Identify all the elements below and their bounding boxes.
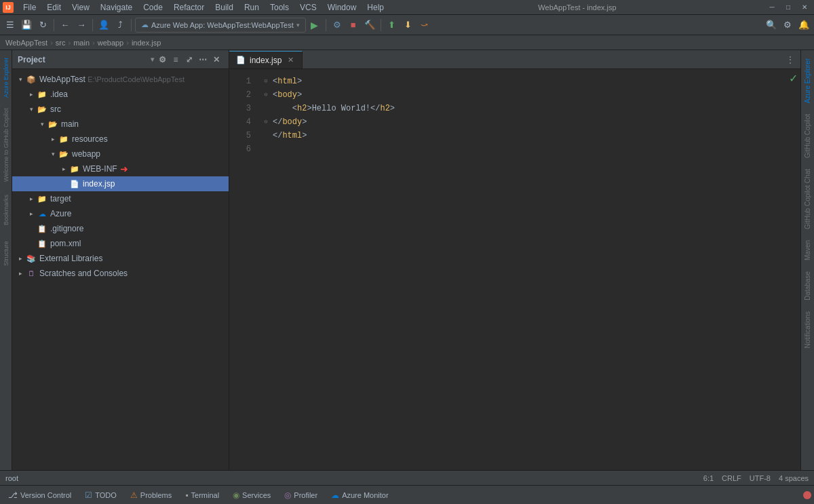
menu-view[interactable]: View [66, 1, 95, 14]
bottom-todo[interactable]: ☑ TODO [79, 487, 122, 503]
menu-refactor[interactable]: Refactor [168, 1, 210, 14]
tag-close-1: > [297, 75, 302, 88]
project-panel-sort-icon[interactable]: ≡ [169, 53, 182, 66]
breadcrumb-indexjsp[interactable]: index.jsp [132, 39, 161, 47]
tree-item-src[interactable]: 📂 src [12, 102, 229, 117]
tree-item-gitignore[interactable]: 📋 .gitignore [12, 221, 229, 236]
tab-bar-more[interactable]: ⋮ [780, 51, 800, 69]
bottom-azure-monitor[interactable]: ☁ Azure Monitor [326, 487, 393, 503]
toolbar-vcs2[interactable]: ⬇ [401, 18, 416, 33]
project-panel-expand-icon[interactable]: ⤢ [182, 53, 196, 66]
terminal-label: Terminal [191, 491, 220, 499]
left-panel-bookmarks[interactable]: Bookmarks [0, 186, 12, 233]
menu-bar: IJ File Edit View Navigate Code Refactor… [0, 0, 814, 15]
toolbar-build[interactable]: 🔨 [362, 18, 377, 33]
left-panel-structure[interactable]: Structure [0, 233, 12, 274]
left-panel-azure-explorer[interactable]: Azure Explorer [0, 50, 12, 104]
tree-label-webapptest: WebAppTest E:\ProductCode\WebAppTest [39, 75, 185, 84]
tree-item-indexjsp[interactable]: 📄 index.jsp [12, 176, 229, 191]
toolbar-forward[interactable]: → [74, 18, 89, 33]
red-arrow-indicator: ➜ [120, 163, 128, 174]
menu-build[interactable]: Build [210, 1, 239, 14]
tree-item-main[interactable]: 📂 main [12, 117, 229, 132]
menu-run[interactable]: Run [239, 1, 265, 14]
toolbar-breadcrumb-arrow[interactable]: ⤴ [113, 18, 128, 33]
tree-icon-azure: ☁ [37, 208, 47, 219]
menu-navigate[interactable]: Navigate [95, 1, 138, 14]
breadcrumb-main[interactable]: main [73, 39, 90, 47]
bottom-services[interactable]: ◉ Services [227, 487, 276, 503]
tree-icon-extlibs: 📚 [26, 253, 37, 264]
tree-item-scratches[interactable]: 🗒 Scratches and Consoles [12, 266, 229, 281]
right-sidebar-notifications[interactable]: Notifications [802, 306, 813, 353]
breadcrumb-src[interactable]: src [56, 39, 66, 47]
right-sidebar-copilot-chat[interactable]: GitHub Copilot Chat [802, 163, 813, 235]
code-line-4: ⊖ </body> [262, 115, 800, 129]
tree-item-webapp[interactable]: 📂 webapp [12, 147, 229, 161]
menu-code[interactable]: Code [138, 1, 168, 14]
tree-item-extlibs[interactable]: 📚 External Libraries [12, 251, 229, 266]
menu-vcs[interactable]: VCS [294, 1, 322, 14]
close-button[interactable]: ✕ [798, 2, 811, 13]
tree-item-resources[interactable]: 📁 resources [12, 132, 229, 147]
bottom-terminal[interactable]: ▪ Terminal [180, 487, 225, 503]
project-panel-gear-icon[interactable]: ⋯ [196, 53, 210, 66]
status-position[interactable]: 6:1 [703, 474, 714, 482]
tree-item-pomxml[interactable]: 📋 pom.xml [12, 236, 229, 251]
status-crlf[interactable]: CRLF [722, 474, 741, 482]
debug-button[interactable]: ⚙ [330, 18, 345, 33]
tree-item-idea[interactable]: 📁 .idea [12, 87, 229, 102]
code-content[interactable]: ⊖ <html> ⊖ <body> <h2> Hello World! [256, 69, 800, 470]
bottom-profiler[interactable]: ◎ Profiler [279, 487, 323, 503]
tab-indexjsp[interactable]: 📄 index.jsp ✕ [229, 51, 303, 69]
toolbar-notifications[interactable]: 🔔 [796, 18, 811, 33]
bottom-version-control[interactable]: ⎇ Version Control [3, 487, 77, 503]
toolbar-vcs3[interactable]: ⤻ [417, 18, 432, 33]
tab-close-indexjsp[interactable]: ✕ [286, 56, 295, 65]
right-sidebar-maven[interactable]: Maven [802, 235, 813, 266]
minimize-button[interactable]: ─ [765, 2, 779, 13]
toolbar-search[interactable]: 🔍 [764, 18, 779, 33]
menu-file[interactable]: File [18, 1, 41, 14]
right-sidebar-azure-explorer[interactable]: Azure Explorer [802, 53, 813, 109]
tree-item-azure[interactable]: ☁ Azure [12, 206, 229, 221]
run-button[interactable]: ▶ [307, 18, 322, 33]
right-sidebar-copilot[interactable]: GitHub Copilot [802, 109, 813, 163]
toolbar-hamburger[interactable]: ☰ [3, 18, 18, 33]
toolbar-vcs1[interactable]: ⬆ [385, 18, 400, 33]
breadcrumb-webapptest[interactable]: WebAppTest [5, 39, 47, 47]
tree-item-webapptest[interactable]: 📦 WebAppTest E:\ProductCode\WebAppTest [12, 72, 229, 87]
code-line-2: ⊖ <body> [262, 88, 800, 102]
project-panel-close-icon[interactable]: ✕ [210, 53, 223, 66]
left-panel-welcome[interactable]: Welcome to GitHub Copilot [0, 104, 12, 186]
fold-gutter-1[interactable]: ⊖ [262, 75, 270, 88]
toolbar-back[interactable]: ← [58, 18, 73, 33]
menu-help[interactable]: Help [362, 1, 389, 14]
project-panel-settings-icon[interactable]: ⚙ [155, 53, 169, 66]
fold-gutter-4[interactable]: ⊖ [262, 115, 270, 129]
azure-monitor-icon: ☁ [331, 490, 339, 500]
status-indent[interactable]: 4 spaces [779, 474, 809, 482]
tree-item-target[interactable]: 📁 target [12, 191, 229, 206]
fold-gutter-2[interactable]: ⊖ [262, 88, 270, 102]
menu-tools[interactable]: Tools [265, 1, 294, 14]
run-config-icon: ☁ [141, 20, 149, 29]
run-configuration[interactable]: ☁ Azure Web App: WebAppTest:WebAppTest ▾ [135, 18, 306, 33]
toolbar-stop[interactable]: ■ [346, 18, 361, 33]
bottom-problems[interactable]: ⚠ Problems [125, 487, 177, 503]
toolbar-user[interactable]: 👤 [96, 18, 111, 33]
right-sidebar-database[interactable]: Database [802, 266, 813, 306]
tree-icon-src: 📂 [37, 104, 47, 115]
maximize-button[interactable]: □ [781, 2, 795, 13]
todo-icon: ☑ [85, 490, 92, 500]
toolbar-sync[interactable]: ↻ [35, 18, 50, 33]
breadcrumb-webapp[interactable]: webapp [98, 39, 124, 47]
project-panel-dropdown[interactable]: ▾ [151, 56, 154, 63]
status-encoding[interactable]: UTF-8 [750, 474, 771, 482]
toolbar-settings[interactable]: ⚙ [780, 18, 795, 33]
menu-window[interactable]: Window [322, 1, 362, 14]
toolbar-save[interactable]: 💾 [19, 18, 34, 33]
menu-edit[interactable]: Edit [41, 1, 66, 14]
tree-arrow-webinf [58, 163, 69, 174]
tree-item-webinf[interactable]: 📁 WEB-INF ➜ [12, 161, 229, 176]
